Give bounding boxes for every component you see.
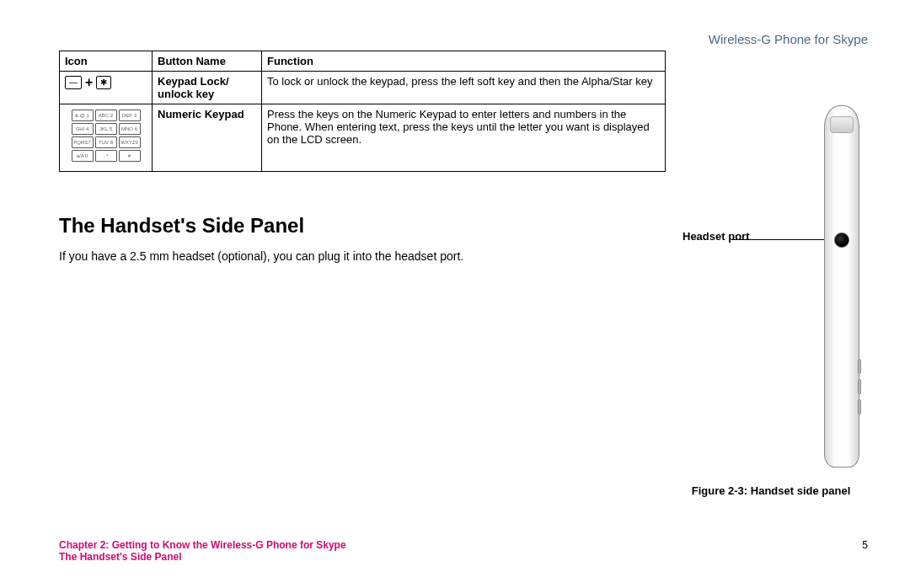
keypad-key-icon: a/A 0 xyxy=(72,150,94,162)
footer-chapter: Chapter 2: Getting to Know the Wireless-… xyxy=(59,539,868,551)
button-name: Keypad Lock/ unlock key xyxy=(153,72,262,104)
table-row: &.@ 1ABC 2DEF 3GHI 4JKL 5MNO 6PQRS7TUV 8… xyxy=(60,104,666,172)
icon-numeric-keypad: &.@ 1ABC 2DEF 3GHI 4JKL 5MNO 6PQRS7TUV 8… xyxy=(60,104,153,172)
headset-port-icon xyxy=(834,233,849,248)
table-row: — + ✱ Keypad Lock/ unlock key To lock or… xyxy=(60,72,666,104)
icon-keypad-lock: — + ✱ xyxy=(60,72,153,104)
th-icon: Icon xyxy=(60,51,153,72)
th-button: Button Name xyxy=(153,51,262,72)
keypad-key-icon: DEF 3 xyxy=(119,110,141,121)
softkey-icon: — xyxy=(65,76,82,89)
page-footer: Chapter 2: Getting to Know the Wireless-… xyxy=(59,539,868,563)
keypad-key-icon: PQRS7 xyxy=(72,136,94,148)
button-func: To lock or unlock the keypad, press the … xyxy=(262,72,666,104)
keypad-key-icon: JKL 5 xyxy=(95,123,117,135)
keypad-key-icon: GHI 4 xyxy=(72,123,94,135)
header-product: Wireless-G Phone for Skype xyxy=(709,32,868,46)
star-key-icon: ✱ xyxy=(96,76,111,89)
plus-icon: + xyxy=(85,75,93,90)
keypad-key-icon: WXYZ9 xyxy=(119,136,141,148)
keypad-key-icon: &.@ 1 xyxy=(72,110,94,121)
figure-handset-side: Headset port Figure 2-3: Handset side pa… xyxy=(682,105,859,501)
keypad-key-icon: ABC 2 xyxy=(95,110,117,121)
callout-headset-port: Headset port xyxy=(682,230,749,243)
button-name: Numeric Keypad xyxy=(153,104,262,172)
keypad-icon: &.@ 1ABC 2DEF 3GHI 4JKL 5MNO 6PQRS7TUV 8… xyxy=(65,108,147,163)
side-buttons-icon xyxy=(858,359,861,420)
keypad-key-icon: MNO 6 xyxy=(119,123,141,135)
callout-line xyxy=(731,239,824,240)
th-func: Function xyxy=(262,51,666,72)
footer-section: The Handset's Side Panel xyxy=(59,551,868,563)
handset-side-illustration xyxy=(824,105,859,468)
keypad-key-icon: TUV 8 xyxy=(95,136,117,148)
figure-caption: Figure 2-3: Handset side panel xyxy=(682,484,859,497)
keypad-key-icon: # xyxy=(119,150,141,162)
keypad-key-icon: . * xyxy=(95,150,117,162)
footer-page-number: 5 xyxy=(862,539,868,551)
button-func: Press the keys on the Numeric Keypad to … xyxy=(262,104,666,172)
buttons-table: Icon Button Name Function — + ✱ Keypad L… xyxy=(59,51,666,172)
